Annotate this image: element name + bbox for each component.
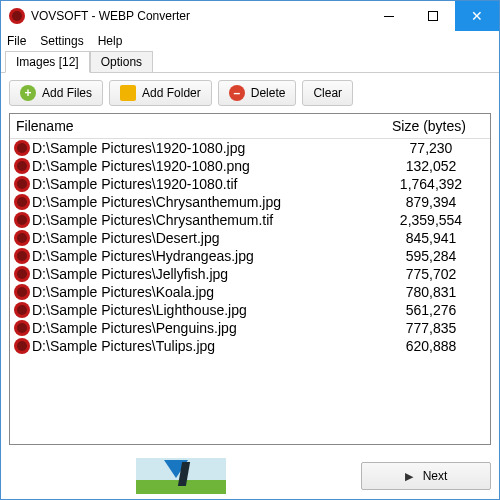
tab-options[interactable]: Options (90, 51, 153, 72)
size-cell: 77,230 (376, 140, 486, 156)
list-header: Filename Size (bytes) (10, 114, 490, 139)
filename-cell: D:\Sample Pictures\Penguins.jpg (32, 320, 376, 336)
file-icon (14, 302, 30, 318)
size-cell: 132,052 (376, 158, 486, 174)
file-icon (14, 284, 30, 300)
table-row[interactable]: D:\Sample Pictures\Koala.jpg780,831 (10, 283, 490, 301)
filename-cell: D:\Sample Pictures\Desert.jpg (32, 230, 376, 246)
next-label: Next (423, 469, 448, 483)
add-folder-label: Add Folder (142, 86, 201, 100)
filename-cell: D:\Sample Pictures\Jellyfish.jpg (32, 266, 376, 282)
clear-label: Clear (313, 86, 342, 100)
chevron-right-icon: ▶ (405, 470, 413, 483)
tab-bar: Images [12] Options (1, 51, 499, 73)
column-filename[interactable]: Filename (16, 118, 374, 134)
filename-cell: D:\Sample Pictures\Koala.jpg (32, 284, 376, 300)
list-body: D:\Sample Pictures\1920-1080.jpg77,230D:… (10, 139, 490, 444)
file-icon (14, 230, 30, 246)
filename-cell: D:\Sample Pictures\Lighthouse.jpg (32, 302, 376, 318)
size-cell: 620,888 (376, 338, 486, 354)
table-row[interactable]: D:\Sample Pictures\Hydrangeas.jpg595,284 (10, 247, 490, 265)
filename-cell: D:\Sample Pictures\Tulips.jpg (32, 338, 376, 354)
column-size[interactable]: Size (bytes) (374, 118, 484, 134)
minimize-button[interactable] (367, 1, 411, 31)
filename-cell: D:\Sample Pictures\Hydrangeas.jpg (32, 248, 376, 264)
file-icon (14, 194, 30, 210)
add-folder-button[interactable]: Add Folder (109, 80, 212, 106)
add-files-label: Add Files (42, 86, 92, 100)
file-icon (14, 248, 30, 264)
menu-file[interactable]: File (7, 34, 26, 48)
delete-button[interactable]: – Delete (218, 80, 297, 106)
file-icon (14, 176, 30, 192)
minus-icon: – (229, 85, 245, 101)
table-row[interactable]: D:\Sample Pictures\Lighthouse.jpg561,276 (10, 301, 490, 319)
logo-icon (136, 458, 226, 494)
table-row[interactable]: D:\Sample Pictures\1920-1080.png132,052 (10, 157, 490, 175)
table-row[interactable]: D:\Sample Pictures\Chrysanthemum.tif2,35… (10, 211, 490, 229)
maximize-button[interactable] (411, 1, 455, 31)
clear-button[interactable]: Clear (302, 80, 353, 106)
file-icon (14, 266, 30, 282)
tab-images[interactable]: Images [12] (5, 51, 90, 73)
table-row[interactable]: D:\Sample Pictures\1920-1080.tif1,764,39… (10, 175, 490, 193)
table-row[interactable]: D:\Sample Pictures\Jellyfish.jpg775,702 (10, 265, 490, 283)
logo-area (9, 458, 353, 494)
file-icon (14, 212, 30, 228)
table-row[interactable]: D:\Sample Pictures\Penguins.jpg777,835 (10, 319, 490, 337)
table-row[interactable]: D:\Sample Pictures\1920-1080.jpg77,230 (10, 139, 490, 157)
file-icon (14, 158, 30, 174)
window-title: VOVSOFT - WEBP Converter (31, 9, 367, 23)
menu-settings[interactable]: Settings (40, 34, 83, 48)
table-row[interactable]: D:\Sample Pictures\Desert.jpg845,941 (10, 229, 490, 247)
menubar: File Settings Help (1, 31, 499, 51)
filename-cell: D:\Sample Pictures\1920-1080.jpg (32, 140, 376, 156)
size-cell: 595,284 (376, 248, 486, 264)
window-controls: ✕ (367, 1, 499, 31)
filename-cell: D:\Sample Pictures\1920-1080.png (32, 158, 376, 174)
size-cell: 845,941 (376, 230, 486, 246)
next-button[interactable]: ▶ Next (361, 462, 491, 490)
menu-help[interactable]: Help (98, 34, 123, 48)
size-cell: 1,764,392 (376, 176, 486, 192)
file-icon (14, 320, 30, 336)
app-icon (9, 8, 25, 24)
titlebar[interactable]: VOVSOFT - WEBP Converter ✕ (1, 1, 499, 31)
size-cell: 561,276 (376, 302, 486, 318)
file-icon (14, 338, 30, 354)
delete-label: Delete (251, 86, 286, 100)
footer: ▶ Next (1, 453, 499, 499)
toolbar: + Add Files Add Folder – Delete Clear (1, 73, 499, 113)
size-cell: 879,394 (376, 194, 486, 210)
size-cell: 780,831 (376, 284, 486, 300)
file-icon (14, 140, 30, 156)
table-row[interactable]: D:\Sample Pictures\Chrysanthemum.jpg879,… (10, 193, 490, 211)
filename-cell: D:\Sample Pictures\1920-1080.tif (32, 176, 376, 192)
close-button[interactable]: ✕ (455, 1, 499, 31)
table-row[interactable]: D:\Sample Pictures\Tulips.jpg620,888 (10, 337, 490, 355)
plus-icon: + (20, 85, 36, 101)
app-window: VOVSOFT - WEBP Converter ✕ File Settings… (0, 0, 500, 500)
add-files-button[interactable]: + Add Files (9, 80, 103, 106)
folder-icon (120, 85, 136, 101)
size-cell: 777,835 (376, 320, 486, 336)
size-cell: 2,359,554 (376, 212, 486, 228)
filename-cell: D:\Sample Pictures\Chrysanthemum.tif (32, 212, 376, 228)
size-cell: 775,702 (376, 266, 486, 282)
file-list: Filename Size (bytes) D:\Sample Pictures… (9, 113, 491, 445)
filename-cell: D:\Sample Pictures\Chrysanthemum.jpg (32, 194, 376, 210)
